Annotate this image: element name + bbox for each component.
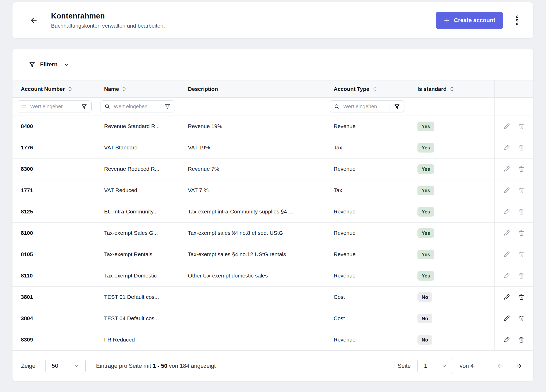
cell-account-type: Cost (325, 315, 409, 321)
pencil-icon (503, 336, 510, 343)
trash-icon (518, 336, 525, 343)
is-standard-badge: No (417, 314, 432, 323)
column-label: Name (104, 86, 119, 92)
cell-account-number: 8400 (12, 123, 96, 129)
delete-button[interactable] (518, 336, 525, 343)
table-row: 3804 TEST 04 Default cos... Cost No (12, 308, 533, 329)
cell-is-standard: Yes (409, 164, 494, 174)
trash-icon (518, 208, 525, 215)
delete-button[interactable] (518, 123, 525, 130)
edit-button[interactable] (503, 294, 510, 301)
edit-button[interactable] (503, 144, 510, 151)
account-number-filter-input[interactable] (27, 104, 77, 110)
more-options-button[interactable] (511, 15, 523, 26)
page-subtitle: Buchhaltungskonten verwalten und bearbei… (51, 23, 165, 29)
table-row: 8309 FR Reduced Revenue No (12, 329, 533, 351)
cell-account-type: Revenue (325, 123, 409, 129)
page-navigation: Seite 1 von 4 (398, 358, 522, 374)
table-row: 8105 Tax-exempt Rentals Tax-exempt sales… (12, 244, 533, 265)
edit-button[interactable] (503, 272, 510, 279)
kebab-icon (515, 15, 519, 26)
sort-icon (372, 86, 377, 92)
column-label: Account Type (334, 86, 369, 92)
previous-page-button[interactable] (497, 362, 504, 370)
trash-icon (518, 294, 525, 301)
account-type-filter-input[interactable] (340, 104, 390, 110)
edit-button[interactable] (503, 315, 510, 322)
pencil-icon (503, 144, 510, 151)
column-header-account-type[interactable]: Account Type (325, 80, 409, 97)
chevron-down-icon (442, 363, 447, 369)
delete-button[interactable] (518, 272, 525, 279)
cell-account-number: 8300 (12, 166, 96, 172)
trash-icon (518, 187, 525, 194)
cell-name: Tax-exempt Rentals (96, 251, 180, 257)
column-header-name[interactable]: Name (96, 80, 180, 97)
funnel-icon (394, 103, 400, 110)
is-standard-badge: Yes (417, 122, 434, 131)
cell-description: Tax-exempt intra-Community supplies §4 .… (180, 208, 325, 215)
cell-name: Revenue Standard R... (96, 123, 180, 129)
pencil-icon (503, 187, 510, 194)
funnel-icon (29, 61, 36, 68)
trash-icon (518, 272, 525, 279)
filter-toggle[interactable]: Filtern (29, 61, 69, 68)
is-standard-badge: Yes (417, 143, 434, 153)
chevron-down-icon (74, 363, 79, 369)
page-label: Seite (398, 363, 411, 369)
account-number-filter-menu-button[interactable] (77, 101, 91, 112)
is-standard-badge: No (417, 292, 432, 302)
filter-bar: Filtern (12, 49, 533, 80)
delete-button[interactable] (518, 251, 525, 258)
column-label: Account Number (21, 86, 65, 92)
edit-button[interactable] (503, 230, 510, 237)
cell-actions (494, 137, 533, 158)
edit-button[interactable] (503, 251, 510, 258)
edit-button[interactable] (503, 336, 510, 343)
is-standard-badge: Yes (417, 186, 434, 195)
next-page-button[interactable] (515, 362, 522, 370)
equals-icon (17, 104, 27, 109)
cell-name: EU Intra-Community... (96, 208, 180, 215)
edit-button[interactable] (503, 166, 510, 173)
delete-button[interactable] (518, 144, 525, 151)
arrow-left-icon (30, 16, 38, 24)
cell-account-type: Tax (325, 144, 409, 151)
edit-button[interactable] (503, 123, 510, 130)
delete-button[interactable] (518, 166, 525, 173)
arrow-right-icon (515, 362, 522, 370)
delete-button[interactable] (518, 208, 525, 215)
delete-button[interactable] (518, 315, 525, 322)
column-label: Is standard (417, 86, 447, 92)
cell-is-standard: Yes (409, 143, 494, 153)
cell-name: FR Reduced (96, 337, 180, 343)
delete-button[interactable] (518, 187, 525, 194)
edit-button[interactable] (503, 187, 510, 194)
cell-name: VAT Reduced (96, 187, 180, 193)
delete-button[interactable] (518, 294, 525, 301)
page-value: 1 (424, 363, 427, 369)
cell-actions (494, 201, 533, 222)
cell-description: Revenue 19% (180, 123, 325, 129)
is-standard-badge: Yes (417, 271, 434, 281)
page-select[interactable]: 1 (417, 358, 453, 374)
table-row: 8110 Tax-exempt Domestic Other tax-exemp… (12, 265, 533, 287)
cell-actions (494, 159, 533, 180)
name-filter-input[interactable] (110, 104, 160, 110)
pencil-icon (503, 166, 510, 173)
delete-button[interactable] (518, 230, 525, 237)
column-header-is-standard[interactable]: Is standard (409, 80, 494, 97)
edit-button[interactable] (503, 208, 510, 215)
back-button[interactable] (30, 16, 38, 24)
arrow-left-icon (497, 362, 504, 370)
create-account-button[interactable]: Create account (436, 12, 503, 29)
pagination-bar: Zeige 50 Einträge pro Seite mit 1 - 50 v… (12, 351, 533, 381)
column-header-account-number[interactable]: Account Number (12, 80, 96, 97)
cell-name: VAT Standard (96, 144, 180, 151)
name-filter-menu-button[interactable] (160, 101, 175, 112)
table-row: 8125 EU Intra-Community... Tax-exempt in… (12, 201, 533, 223)
page: Kontenrahmen Buchhaltungskonten verwalte… (0, 2, 546, 381)
account-type-filter-menu-button[interactable] (390, 101, 404, 112)
pencil-icon (503, 123, 510, 130)
page-size-select[interactable]: 50 (45, 358, 86, 374)
